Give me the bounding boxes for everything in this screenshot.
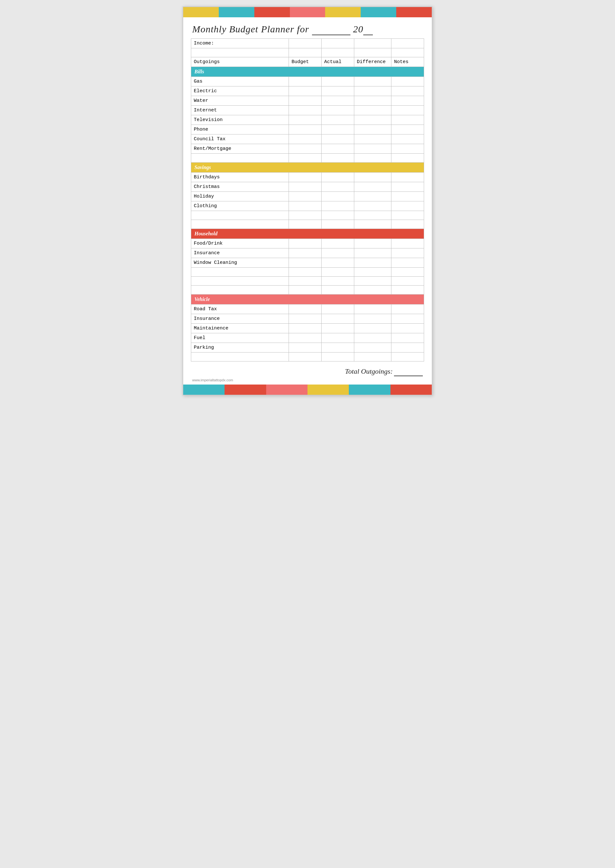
- bar-pink-1: [290, 7, 325, 17]
- row-maintenance: Maintainence: [191, 324, 424, 333]
- row-water: Water: [191, 96, 424, 106]
- label-television: Television: [191, 115, 289, 125]
- bar-red-2: [396, 7, 432, 17]
- label-electric: Electric: [191, 86, 289, 96]
- row-road-tax: Road Tax: [191, 304, 424, 314]
- row-birthdays: Birthdays: [191, 173, 424, 182]
- bar-yellow-2: [325, 7, 361, 17]
- label-birthdays: Birthdays: [191, 173, 289, 182]
- title-area: Monthly Budget Planner for 20: [183, 17, 432, 38]
- household-empty-1: [191, 268, 424, 277]
- col-notes-header: Notes: [392, 57, 424, 67]
- label-internet: Internet: [191, 106, 289, 115]
- label-clothing: Clothing: [191, 201, 289, 211]
- watermark: www.imperialtattopdx.com: [183, 377, 432, 383]
- section-household-label: Household: [191, 229, 424, 239]
- bar-yellow-1: [183, 7, 219, 17]
- label-window-cleaning: Window Cleaning: [191, 258, 289, 268]
- label-gas: Gas: [191, 77, 289, 86]
- page: Monthly Budget Planner for 20 Income: Ou…: [183, 6, 432, 396]
- label-insurance-household: Insurance: [191, 248, 289, 258]
- section-household: Household: [191, 229, 424, 239]
- household-empty-2: [191, 277, 424, 285]
- bottom-bar-pink-1: [266, 385, 308, 395]
- section-savings: Savings: [191, 163, 424, 173]
- col-difference-header: Difference: [354, 57, 391, 67]
- label-rent-mortgage: Rent/Mortgage: [191, 144, 289, 154]
- section-bills-label: Bills: [191, 67, 424, 77]
- row-parking: Parking: [191, 343, 424, 352]
- bottom-bar-teal-2: [349, 385, 390, 395]
- total-area: Total Outgoings:: [183, 365, 432, 377]
- label-christmas: Christmas: [191, 182, 289, 192]
- label-holiday: Holiday: [191, 192, 289, 201]
- label-phone: Phone: [191, 125, 289, 134]
- row-christmas: Christmas: [191, 182, 424, 192]
- row-holiday: Holiday: [191, 192, 424, 201]
- bottom-bar-red-2: [390, 385, 432, 395]
- label-insurance-vehicle: Insurance: [191, 314, 289, 324]
- label-fuel: Fuel: [191, 333, 289, 343]
- col-actual-header: Actual: [322, 57, 354, 67]
- total-label: Total Outgoings:: [345, 367, 393, 375]
- row-clothing: Clothing: [191, 201, 424, 211]
- bar-red-1: [254, 7, 290, 17]
- row-internet: Internet: [191, 106, 424, 115]
- top-color-bar: [183, 7, 432, 17]
- page-title: Monthly Budget Planner for 20: [192, 24, 373, 34]
- label-road-tax: Road Tax: [191, 304, 289, 314]
- bills-empty-1: [191, 154, 424, 163]
- col-outgoings-header: Outgoings: [191, 57, 289, 67]
- label-water: Water: [191, 96, 289, 106]
- row-television: Television: [191, 115, 424, 125]
- household-empty-3: [191, 285, 424, 295]
- income-label: Income:: [191, 39, 289, 48]
- bottom-bar-teal-1: [183, 385, 225, 395]
- label-food-drink: Food/Drink: [191, 239, 289, 248]
- vehicle-empty-1: [191, 352, 424, 362]
- savings-empty-1: [191, 211, 424, 220]
- section-vehicle-label: Vehicle: [191, 295, 424, 304]
- row-food-drink: Food/Drink: [191, 239, 424, 248]
- label-parking: Parking: [191, 343, 289, 352]
- row-insurance-household: Insurance: [191, 248, 424, 258]
- table-container: Income: Outgoings Budget Actual Differen…: [183, 38, 432, 365]
- bottom-bar-yellow-1: [308, 385, 349, 395]
- row-window-cleaning: Window Cleaning: [191, 258, 424, 268]
- bar-teal-2: [361, 7, 396, 17]
- row-gas: Gas: [191, 77, 424, 86]
- row-fuel: Fuel: [191, 333, 424, 343]
- section-savings-label: Savings: [191, 163, 424, 173]
- budget-table: Income: Outgoings Budget Actual Differen…: [191, 38, 424, 362]
- section-vehicle: Vehicle: [191, 295, 424, 304]
- label-council-tax: Council Tax: [191, 134, 289, 144]
- empty-row-after-income: [191, 48, 424, 57]
- label-maintenance: Maintainence: [191, 324, 289, 333]
- col-budget-header: Budget: [289, 57, 322, 67]
- row-rent-mortgage: Rent/Mortgage: [191, 144, 424, 154]
- bar-teal-1: [219, 7, 254, 17]
- row-phone: Phone: [191, 125, 424, 134]
- income-row: Income:: [191, 39, 424, 48]
- bottom-color-bar: [183, 385, 432, 395]
- savings-empty-2: [191, 220, 424, 229]
- column-headers-row: Outgoings Budget Actual Difference Notes: [191, 57, 424, 67]
- bottom-bar-red-1: [225, 385, 266, 395]
- row-council-tax: Council Tax: [191, 134, 424, 144]
- row-electric: Electric: [191, 86, 424, 96]
- section-bills: Bills: [191, 67, 424, 77]
- row-insurance-vehicle: Insurance: [191, 314, 424, 324]
